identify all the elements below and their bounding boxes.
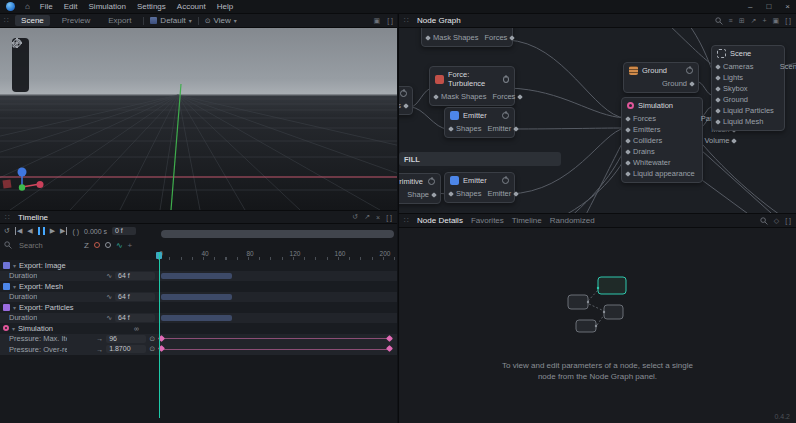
duration-field[interactable]: 64 f bbox=[115, 293, 155, 301]
panel-drag-handle-icon[interactable]: ∷ bbox=[404, 216, 409, 225]
rotate-tool-icon[interactable] bbox=[15, 59, 26, 70]
input-port[interactable]: Liquid Particles bbox=[716, 107, 774, 115]
input-port[interactable]: Colliders bbox=[626, 137, 695, 145]
clock-icon[interactable]: ↺ bbox=[352, 213, 358, 221]
maximize-button[interactable]: □ bbox=[766, 2, 771, 11]
target-filter-icon[interactable] bbox=[105, 242, 111, 248]
menu-file[interactable]: File bbox=[40, 2, 53, 11]
value-field[interactable]: 1.8700 bbox=[106, 345, 146, 353]
menu-help[interactable]: Help bbox=[217, 2, 233, 11]
track-row-pressure-max[interactable]: Pressure: Max. Iterati... → 96 ⊙ bbox=[0, 334, 397, 345]
close-button[interactable]: × bbox=[785, 2, 790, 11]
output-port[interactable]: Volume bbox=[704, 137, 736, 145]
output-port[interactable]: Shapes bbox=[399, 102, 408, 110]
tab-timeline[interactable]: Timeline bbox=[18, 213, 48, 222]
keyframe-diamond[interactable] bbox=[158, 345, 165, 352]
home-icon[interactable]: ⌂ bbox=[25, 3, 30, 11]
scale-tool-icon[interactable] bbox=[15, 75, 26, 86]
ease-curve-icon[interactable]: ∿ bbox=[106, 314, 112, 322]
input-port[interactable]: Lights bbox=[716, 74, 774, 82]
search-icon[interactable] bbox=[715, 17, 723, 25]
input-port[interactable]: Emitters bbox=[626, 126, 695, 134]
playhead-marker[interactable] bbox=[156, 252, 162, 259]
menu-settings[interactable]: Settings bbox=[137, 2, 166, 11]
tab-favorites[interactable]: Favorites bbox=[471, 216, 504, 225]
viewport-3d[interactable] bbox=[0, 28, 397, 210]
list-icon[interactable]: ≡ bbox=[729, 17, 733, 24]
track-row-duration[interactable]: Duration ∿ 64 f bbox=[0, 313, 397, 324]
clip-bar[interactable] bbox=[161, 294, 232, 301]
track-export-mesh[interactable]: ▾ Export: Mesh bbox=[0, 281, 397, 292]
panel-drag-handle-icon[interactable]: ∷ bbox=[404, 16, 409, 25]
grid-icon[interactable]: ⊞ bbox=[739, 17, 745, 25]
output-port[interactable]: Scene bbox=[780, 63, 796, 71]
track-export-particles[interactable]: ▾ Export: Particles bbox=[0, 302, 397, 313]
layout-dropdown[interactable]: Default ▾ bbox=[150, 16, 191, 25]
input-port[interactable]: Mask Shapes bbox=[434, 93, 486, 101]
tab-export[interactable]: Export bbox=[102, 15, 137, 26]
pause-icon[interactable] bbox=[38, 227, 45, 235]
search-icon[interactable] bbox=[760, 217, 768, 225]
tab-scene[interactable]: Scene bbox=[15, 15, 50, 26]
sort-icon[interactable]: Z bbox=[84, 241, 89, 250]
search-input[interactable] bbox=[17, 240, 79, 251]
output-port[interactable]: Emitter bbox=[487, 125, 518, 133]
tab-node-graph[interactable]: Node Graph bbox=[417, 16, 461, 25]
power-toggle-icon[interactable] bbox=[502, 177, 509, 184]
input-port[interactable]: Skybox bbox=[716, 85, 774, 93]
eye-icon[interactable]: ⊙ bbox=[149, 335, 155, 343]
node-simulation[interactable]: Simulation Forces Emitters Colliders Dra… bbox=[621, 97, 703, 183]
tab-timeline-details[interactable]: Timeline bbox=[512, 216, 542, 225]
track-row-duration[interactable]: Duration ∿ 64 f bbox=[0, 292, 397, 303]
input-port[interactable]: Mask Shapes bbox=[426, 34, 478, 42]
expander-icon[interactable]: ▾ bbox=[12, 325, 15, 332]
infinity-icon[interactable]: ∞ bbox=[134, 325, 139, 332]
node-mask-top[interactable]: Mask Shapes Forces bbox=[421, 28, 513, 47]
expand-icon[interactable]: [ ] bbox=[785, 217, 791, 224]
frame-icon[interactable]: ▣ bbox=[773, 17, 780, 25]
time-frames-field[interactable]: 0 f bbox=[112, 227, 136, 235]
duration-field[interactable]: 64 f bbox=[115, 314, 155, 322]
input-port[interactable]: Shapes bbox=[449, 190, 481, 198]
track-row-duration[interactable]: Duration ∿ 64 f bbox=[0, 271, 397, 282]
node-force-turbulence[interactable]: Force: Turbulence Mask Shapes Forces bbox=[429, 66, 515, 106]
track-row-pressure-over[interactable]: Pressure: Over-relaxa... → 1.8700 ⊙ bbox=[0, 344, 397, 355]
output-port[interactable]: Ground bbox=[662, 80, 694, 88]
output-port[interactable]: Forces bbox=[492, 93, 522, 101]
output-port[interactable]: Forces bbox=[484, 34, 514, 42]
node-emitter-a[interactable]: Emitter Shapes Emitter bbox=[444, 107, 515, 138]
ease-curve-icon[interactable]: ∿ bbox=[106, 272, 112, 280]
power-toggle-icon[interactable] bbox=[686, 67, 693, 74]
tab-randomized[interactable]: Randomized bbox=[550, 216, 595, 225]
input-port[interactable]: Cameras bbox=[716, 63, 774, 71]
step-forward-icon[interactable]: ▶ bbox=[50, 227, 55, 235]
node-primitive[interactable]: Primitive Shape bbox=[399, 173, 441, 204]
power-toggle-icon[interactable] bbox=[428, 178, 435, 185]
keyframe-brackets-icon[interactable]: ( ) bbox=[72, 228, 79, 235]
input-port[interactable]: Ground bbox=[716, 96, 774, 104]
expander-icon[interactable]: ▾ bbox=[13, 304, 16, 311]
group-header-fill[interactable]: FILL bbox=[399, 152, 561, 166]
node-emitter-b[interactable]: Emitter Shapes Emitter bbox=[444, 172, 515, 203]
keyframe-diamond[interactable] bbox=[158, 334, 165, 341]
panel-drag-handle-icon[interactable]: ∷ bbox=[4, 16, 9, 25]
input-port[interactable]: Liquid appearance bbox=[626, 170, 695, 178]
add-icon[interactable]: + bbox=[128, 241, 133, 250]
node-scene[interactable]: Scene Cameras Lights Skybox Ground Liqui… bbox=[711, 45, 785, 131]
node-shape-clipped[interactable]: Shapes bbox=[399, 86, 413, 115]
power-toggle-icon[interactable] bbox=[503, 76, 509, 83]
jump-start-icon[interactable]: ◀ bbox=[15, 227, 22, 235]
node-ground[interactable]: Ground Ground bbox=[623, 62, 699, 93]
input-port[interactable]: Drains bbox=[626, 148, 695, 156]
minimize-button[interactable]: – bbox=[748, 2, 752, 11]
expand-icon[interactable]: [ ] bbox=[386, 214, 392, 221]
expand-icon[interactable]: [ ] bbox=[785, 17, 791, 24]
expander-icon[interactable]: ▾ bbox=[13, 283, 16, 290]
track-export-image[interactable]: ▾ Export: Image bbox=[0, 260, 397, 271]
input-port[interactable]: Shapes bbox=[449, 125, 481, 133]
fullscreen-icon[interactable]: [ ] bbox=[387, 17, 393, 25]
value-field[interactable]: 96 bbox=[106, 335, 146, 343]
eye-icon[interactable]: ⊙ bbox=[149, 345, 155, 353]
view-dropdown[interactable]: ⊙ View ▾ bbox=[205, 16, 237, 25]
keyframe-diamond[interactable] bbox=[386, 345, 393, 352]
